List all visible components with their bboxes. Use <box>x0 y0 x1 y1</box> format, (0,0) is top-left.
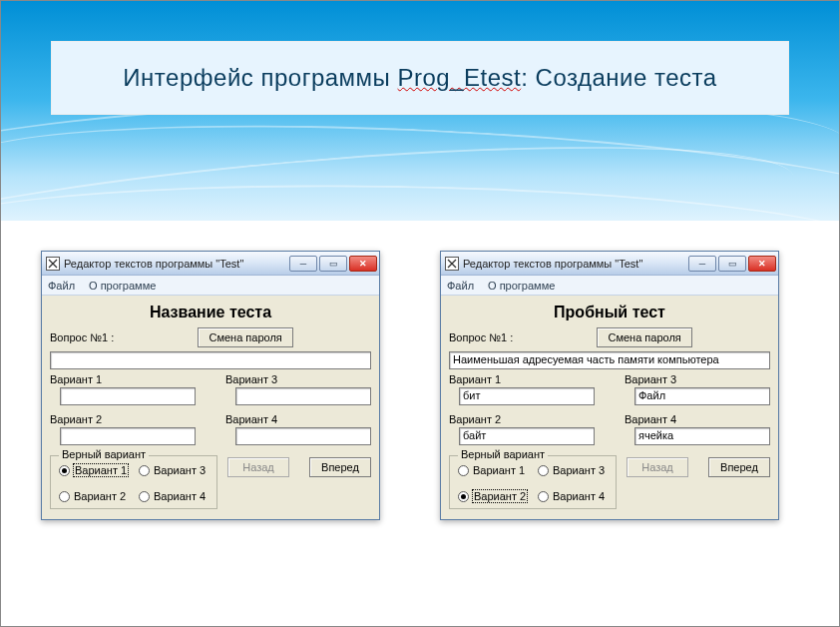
correct-variant-legend: Верный вариант <box>458 448 548 460</box>
question-label: Вопрос №1 : <box>50 331 114 343</box>
close-button[interactable]: ✕ <box>748 256 776 272</box>
titlebar[interactable]: Редактор текстов программы "Test" ─ ▭ ✕ <box>441 252 778 276</box>
radio-icon <box>139 465 150 476</box>
minimize-button[interactable]: ─ <box>688 256 716 272</box>
radio-variant3[interactable]: Вариант 3 <box>538 464 608 476</box>
radio-variant3[interactable]: Вариант 3 <box>139 464 209 476</box>
test-title: Название теста <box>50 304 371 321</box>
variant3-label: Вариант 3 <box>225 373 371 385</box>
back-button[interactable]: Назад <box>627 457 688 477</box>
radio-icon <box>458 491 469 502</box>
menu-about[interactable]: О программе <box>89 280 156 292</box>
slide-title: Интерфейс программы Prog_Etest: Создание… <box>123 64 716 92</box>
question-label: Вопрос №1 : <box>449 331 513 343</box>
radio-variant2[interactable]: Вариант 2 <box>458 490 528 502</box>
slide-title-prefix: Интерфейс программы <box>123 64 397 91</box>
variant1-input[interactable]: бит <box>459 387 595 405</box>
correct-variant-group: Верный вариант Вариант 1 Вариант 3 Ва <box>449 455 617 509</box>
variant2-label: Вариант 2 <box>449 413 595 425</box>
app-window-right: Редактор текстов программы "Test" ─ ▭ ✕ … <box>440 251 779 520</box>
radio-variant1[interactable]: Вариант 1 <box>59 464 129 476</box>
radio-variant1[interactable]: Вариант 1 <box>458 464 528 476</box>
close-button[interactable]: ✕ <box>349 256 377 272</box>
correct-variant-group: Верный вариант Вариант 1 Вариант 3 Ва <box>50 455 217 509</box>
forward-button[interactable]: Вперед <box>309 457 371 477</box>
variant2-input[interactable]: байт <box>459 427 595 445</box>
variant2-input[interactable] <box>60 427 196 445</box>
variant1-input[interactable] <box>60 387 196 405</box>
change-password-button[interactable]: Смена пароля <box>597 327 691 347</box>
variant4-input[interactable]: ячейка <box>634 427 770 445</box>
variant3-input[interactable]: Файл <box>634 387 770 405</box>
menu-file[interactable]: Файл <box>48 280 75 292</box>
menubar: Файл О программе <box>42 276 379 296</box>
titlebar[interactable]: Редактор текстов программы "Test" ─ ▭ ✕ <box>42 252 379 276</box>
maximize-button[interactable]: ▭ <box>319 256 347 272</box>
window-title: Редактор текстов программы "Test" <box>463 258 688 270</box>
variant2-label: Вариант 2 <box>50 413 196 425</box>
variant3-input[interactable] <box>235 387 371 405</box>
radio-icon <box>59 491 70 502</box>
menu-file[interactable]: Файл <box>447 280 474 292</box>
slide-title-suffix: : Создание теста <box>521 64 716 91</box>
radio-icon <box>538 491 549 502</box>
radio-icon <box>59 465 70 476</box>
app-icon <box>46 257 60 271</box>
radio-variant2[interactable]: Вариант 2 <box>59 490 129 502</box>
correct-variant-legend: Верный вариант <box>59 448 149 460</box>
radio-icon <box>139 491 150 502</box>
test-title: Пробный тест <box>449 304 770 321</box>
variant1-label: Вариант 1 <box>449 373 595 385</box>
variant4-input[interactable] <box>235 427 371 445</box>
menubar: Файл О программе <box>441 276 778 296</box>
maximize-button[interactable]: ▭ <box>718 256 746 272</box>
minimize-button[interactable]: ─ <box>289 256 317 272</box>
question-input[interactable] <box>50 351 371 369</box>
app-icon <box>445 257 459 271</box>
variant1-label: Вариант 1 <box>50 373 196 385</box>
app-window-left: Редактор текстов программы "Test" ─ ▭ ✕ … <box>41 251 380 520</box>
radio-variant4[interactable]: Вариант 4 <box>139 490 209 502</box>
radio-icon <box>538 465 549 476</box>
slide-title-box: Интерфейс программы Prog_Etest: Создание… <box>51 41 789 115</box>
slide-title-app: Prog_Etest <box>398 64 522 91</box>
window-title: Редактор текстов программы "Test" <box>64 258 289 270</box>
radio-variant4[interactable]: Вариант 4 <box>538 490 608 502</box>
variant4-label: Вариант 4 <box>625 413 770 425</box>
radio-icon <box>458 465 469 476</box>
menu-about[interactable]: О программе <box>488 280 555 292</box>
forward-button[interactable]: Вперед <box>708 457 770 477</box>
back-button[interactable]: Назад <box>227 457 289 477</box>
variant3-label: Вариант 3 <box>625 373 770 385</box>
change-password-button[interactable]: Смена пароля <box>198 327 292 347</box>
variant4-label: Вариант 4 <box>225 413 371 425</box>
question-input[interactable]: Наименьшая адресуемая часть памяти компь… <box>449 351 770 369</box>
